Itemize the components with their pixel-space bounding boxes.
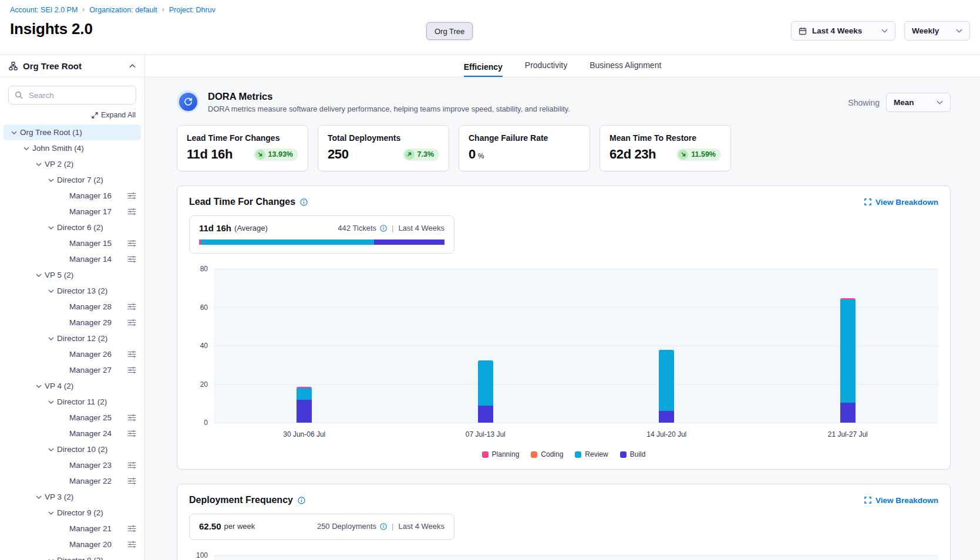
stacked-bar-4[interactable] [840, 298, 856, 423]
tree-item-manager-15[interactable]: Manager 15 [4, 235, 141, 251]
info-icon[interactable] [298, 497, 305, 504]
chevron-down-icon[interactable] [45, 178, 57, 182]
tree-item-manager-23[interactable]: Manager 23 [4, 457, 141, 473]
filter-sliders-icon[interactable] [127, 239, 136, 247]
tree-item-director-8-2[interactable]: Director 8 (2) [4, 552, 141, 560]
granularity-select[interactable]: Weekly [904, 21, 970, 41]
info-icon[interactable] [300, 198, 308, 206]
tree-item-manager-14[interactable]: Manager 14 [4, 251, 141, 267]
tree-item-vp-4-2[interactable]: VP 4 (2) [4, 378, 141, 394]
chevron-down-icon[interactable] [33, 495, 45, 499]
legend-item-build[interactable]: Build [620, 450, 646, 458]
tree-item-org-tree-root-1[interactable]: Org Tree Root (1) [4, 124, 141, 140]
deployment-view-breakdown-link[interactable]: View Breakdown [864, 496, 938, 505]
tree-item-manager-22[interactable]: Manager 22 [4, 473, 141, 489]
filter-sliders-icon[interactable] [127, 541, 136, 548]
deployment-y-tick: 100 [196, 551, 208, 559]
search-icon [15, 91, 23, 99]
lead-time-section-title: Lead Time For Changes [189, 197, 295, 207]
trend-down-icon [255, 150, 265, 160]
search-input[interactable] [28, 90, 130, 100]
tree-item-manager-16[interactable]: Manager 16 [4, 188, 141, 204]
tree-item-john-smith-4[interactable]: John Smith (4) [4, 140, 141, 156]
tree-item-director-7-2[interactable]: Director 7 (2) [4, 172, 141, 188]
deployment-frequency-section: Deployment Frequency View Breakdown [177, 484, 951, 560]
tree-item-manager-27[interactable]: Manager 27 [4, 362, 141, 378]
tab-productivity[interactable]: Productivity [525, 60, 567, 77]
lead-time-chart: 020406080 30 Jun-06 Jul07 Jul-13 Jul14 J… [189, 269, 938, 458]
filter-sliders-icon[interactable] [127, 430, 136, 437]
breadcrumb-link[interactable]: Project: Dhruv [169, 6, 215, 14]
tree-item-director-10-2[interactable]: Director 10 (2) [4, 441, 141, 457]
stacked-bar-2[interactable] [478, 360, 493, 423]
tree-item-manager-28[interactable]: Manager 28 [4, 299, 141, 315]
tab-efficiency[interactable]: Efficiency [464, 62, 503, 77]
filter-sliders-icon[interactable] [127, 192, 136, 200]
sidebar-header[interactable]: Org Tree Root [0, 55, 144, 77]
tree-item-manager-29[interactable]: Manager 29 [4, 315, 141, 330]
chevron-down-icon[interactable] [45, 400, 57, 404]
deployment-chart: 100 [214, 555, 938, 560]
chevron-down-icon[interactable] [45, 511, 57, 515]
chevron-down-icon[interactable] [33, 274, 45, 277]
info-icon[interactable] [380, 523, 387, 530]
chevron-down-icon[interactable] [21, 147, 32, 150]
tree-item-manager-17[interactable]: Manager 17 [4, 204, 141, 220]
showing-label: Showing [848, 98, 880, 107]
filter-sliders-icon[interactable] [127, 525, 136, 532]
breadcrumb-link[interactable]: Organization: default [89, 6, 157, 14]
tree-item-manager-20[interactable]: Manager 20 [4, 537, 141, 552]
filter-sliders-icon[interactable] [127, 255, 136, 263]
filter-sliders-icon[interactable] [127, 461, 136, 469]
date-range-value: Last 4 Weeks [812, 26, 876, 35]
chevron-down-icon[interactable] [45, 289, 57, 293]
tree-item-director-11-2[interactable]: Director 11 (2) [4, 394, 141, 410]
tree-item-vp-3-2[interactable]: VP 3 (2) [4, 489, 141, 505]
lead-time-average-value: 11d 16h [199, 223, 231, 233]
tree-item-director-9-2[interactable]: Director 9 (2) [4, 505, 141, 521]
filter-sliders-icon[interactable] [127, 303, 136, 311]
tree-item-director-13-2[interactable]: Director 13 (2) [4, 283, 141, 299]
org-tree-button[interactable]: Org Tree [426, 22, 473, 40]
filter-sliders-icon[interactable] [127, 414, 136, 421]
showing-select[interactable]: Mean [886, 93, 951, 112]
legend-item-coding[interactable]: Coding [531, 450, 563, 458]
chevron-down-icon[interactable] [45, 226, 57, 230]
tree-item-manager-21[interactable]: Manager 21 [4, 521, 141, 537]
legend-swatch [575, 451, 581, 458]
chevron-down-icon[interactable] [45, 448, 57, 451]
filter-sliders-icon[interactable] [127, 350, 136, 358]
filter-sliders-icon[interactable] [127, 477, 136, 485]
filter-sliders-icon[interactable] [127, 208, 136, 215]
tree-item-manager-24[interactable]: Manager 24 [4, 426, 141, 441]
stacked-bar-1[interactable] [297, 387, 312, 423]
tree-item-director-12-2[interactable]: Director 12 (2) [4, 330, 141, 346]
lead-time-view-breakdown-link[interactable]: View Breakdown [864, 198, 938, 207]
chevron-up-icon[interactable] [129, 64, 136, 68]
date-range-label: Last 4 Weeks [398, 224, 444, 232]
info-icon[interactable] [380, 225, 387, 232]
sidebar-search[interactable] [8, 86, 136, 104]
tree-item-director-6-2[interactable]: Director 6 (2) [4, 220, 141, 235]
expand-all-button[interactable]: Expand All [0, 107, 144, 124]
chevron-down-icon[interactable] [33, 384, 45, 388]
stacked-bar-3[interactable] [659, 350, 674, 423]
dora-metrics-header: DORA Metrics DORA metrics measure softwa… [177, 90, 951, 113]
y-tick-label: 80 [200, 265, 208, 273]
chevron-down-icon[interactable] [8, 131, 20, 134]
tree-item-vp-5-2[interactable]: VP 5 (2) [4, 267, 141, 283]
filter-sliders-icon[interactable] [127, 366, 136, 374]
tree-item-manager-25[interactable]: Manager 25 [4, 410, 141, 426]
deployment-summary-box: 62.50 per week 250 Deployments | Last 4 … [189, 514, 454, 540]
tree-item-manager-26[interactable]: Manager 26 [4, 346, 141, 362]
date-range-select[interactable]: Last 4 Weeks [791, 21, 895, 41]
chevron-down-icon[interactable] [45, 337, 57, 340]
filter-sliders-icon[interactable] [127, 319, 136, 326]
legend-item-review[interactable]: Review [575, 450, 608, 458]
legend-item-planning[interactable]: Planning [482, 450, 520, 458]
tree-item-vp-2-2[interactable]: VP 2 (2) [4, 156, 141, 172]
trend-value: 13.93% [268, 150, 293, 158]
tab-business-alignment[interactable]: Business Alignment [590, 60, 661, 77]
chevron-down-icon[interactable] [33, 163, 45, 166]
breadcrumb-link[interactable]: Account: SEI 2.0 PM [10, 6, 78, 14]
